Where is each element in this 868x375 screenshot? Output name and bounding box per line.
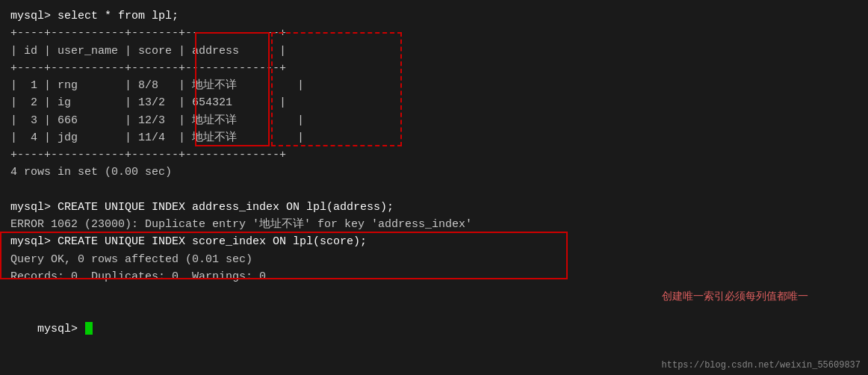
footer-url: https://blog.csdn.net/weixin_55609837 <box>662 360 861 371</box>
terminal: mysql> select * from lpl; +----+--------… <box>0 0 868 375</box>
line-8: | 4 | jdg | 11/4 | 地址不详 | <box>10 129 858 146</box>
line-1: mysql> select * from lpl; <box>10 7 858 25</box>
line-9: +----+-----------+-------+--------------… <box>10 146 858 164</box>
line-4: +----+-----------+-------+--------------… <box>10 60 858 77</box>
line-3: | id | user_name | score | address | <box>10 43 858 60</box>
line-6: | 2 | ig | 13/2 | 654321 | <box>10 94 858 111</box>
line-2: +----+-----------+-------+--------------… <box>10 25 858 42</box>
line-7: | 3 | 666 | 12/3 | 地址不详 | <box>10 112 858 129</box>
line-15: Query OK, 0 rows affected (0.01 sec) <box>10 251 858 268</box>
line-13: ERROR 1062 (23000): Duplicate entry '地址不… <box>10 216 858 233</box>
line-11 <box>10 182 858 199</box>
line-18: mysql> <box>10 303 858 355</box>
line-5: | 1 | rng | 8/8 | 地址不详 | <box>10 77 858 94</box>
cursor <box>85 322 93 335</box>
annotation-text: 创建唯一索引必须每列值都唯一 <box>662 290 808 303</box>
line-14: mysql> CREATE UNIQUE INDEX score_index O… <box>10 233 858 250</box>
line-16: Records: 0 Duplicates: 0 Warnings: 0 <box>10 268 858 285</box>
line-10: 4 rows in set (0.00 sec) <box>10 164 858 181</box>
line-12: mysql> CREATE UNIQUE INDEX address_index… <box>10 199 858 216</box>
